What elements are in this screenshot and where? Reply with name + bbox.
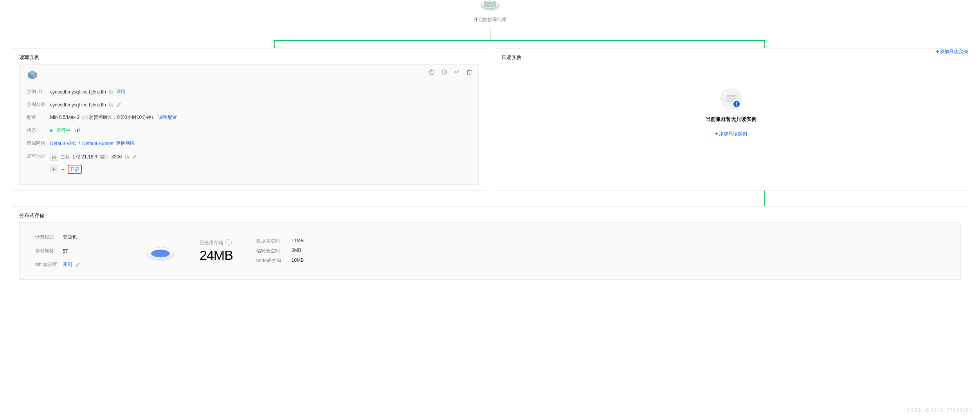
edit-icon[interactable] xyxy=(75,262,81,268)
restart-icon[interactable] xyxy=(441,68,448,75)
label-instance-id: 实例 ID xyxy=(27,88,50,95)
instance-type-icon xyxy=(27,70,471,81)
link-vpc[interactable]: Default-VPC xyxy=(50,141,76,146)
power-icon[interactable] xyxy=(428,68,435,75)
readwrite-panel-title: 读写实例 xyxy=(19,54,479,61)
value-status: 运行中 xyxy=(56,127,70,134)
label-host: 主机 xyxy=(61,154,70,160)
svg-rect-21 xyxy=(726,95,736,97)
storage-panel: 分布式存储 计费模式 资源包 存储规格 5T binlog设置 开启 xyxy=(12,206,968,287)
value-billing-mode: 资源包 xyxy=(63,234,77,241)
storage-disk-icon xyxy=(145,239,176,263)
readonly-empty-state: ! 当前集群暂无只读实例 +添加只读实例 xyxy=(501,64,961,137)
plus-icon: + xyxy=(715,131,718,137)
edit-icon[interactable] xyxy=(116,102,122,108)
svg-rect-19 xyxy=(126,156,128,159)
link-binlog-setting[interactable]: 开启 xyxy=(63,261,72,268)
metrics-icon[interactable] xyxy=(453,68,460,75)
status-chart-icon[interactable] xyxy=(75,128,81,133)
copy-icon[interactable] xyxy=(108,102,114,108)
proxy-node[interactable]: 开启数据库代理 xyxy=(463,0,517,27)
empty-state-icon: ! xyxy=(720,88,742,110)
database-proxy-icon xyxy=(479,0,501,14)
plus-icon: + xyxy=(936,49,939,54)
value-storage-spec: 5T xyxy=(63,248,68,254)
link-adjust-config[interactable]: 调整配置 xyxy=(158,114,177,121)
readwrite-instance-card: 实例 ID cynosdbmysql-ins-bj5rodfh 详情 实例名称 … xyxy=(19,64,479,185)
storage-breakdown-table: 数据表空间 11MB 临时表空间 3MB undo表空间 10MB xyxy=(256,236,304,266)
svg-rect-6 xyxy=(468,70,471,74)
readwrite-instance-panel: 读写实例 实例 ID cynosdbmysql-ins-bj5rodfh xyxy=(12,48,486,191)
svg-rect-16 xyxy=(76,130,76,132)
label-used-storage: 已使用存储 xyxy=(200,239,223,246)
label-storage-spec: 存储规格 xyxy=(35,248,63,254)
svg-rect-22 xyxy=(726,98,736,99)
label-port: 端口 xyxy=(99,154,109,160)
value-temp-tablespace: 3MB xyxy=(292,248,301,254)
badge-external: 外 xyxy=(50,165,58,173)
label-status: 状态 xyxy=(27,127,50,134)
link-instance-detail[interactable]: 详情 xyxy=(116,88,126,95)
status-dot xyxy=(50,129,52,132)
label-binlog: binlog设置 xyxy=(35,261,63,268)
copy-icon[interactable] xyxy=(108,89,114,95)
value-data-tablespace: 11MB xyxy=(292,238,304,244)
value-config: Min 0.5/Max 2（自动暂停时长：0天0小时10分钟） xyxy=(50,114,156,121)
value-used-storage: 24MB xyxy=(200,248,233,263)
svg-rect-13 xyxy=(110,90,112,93)
proxy-caption: 开启数据库代理 xyxy=(463,16,517,23)
svg-rect-2 xyxy=(485,2,495,7)
highlight-open-external: 开启 xyxy=(68,165,82,174)
svg-rect-12 xyxy=(110,91,112,94)
link-change-network[interactable]: 更换网络 xyxy=(116,140,135,147)
label-rw-address: 读写地址 xyxy=(27,153,50,160)
svg-rect-15 xyxy=(110,103,112,106)
readonly-instance-panel: 只读实例 +添加只读实例 ! 当前集群暂无只读实例 +添加只读实例 xyxy=(494,48,968,191)
topology-connectors-down xyxy=(0,191,980,206)
copy-icon[interactable] xyxy=(124,154,130,160)
value-external-dash: -- xyxy=(61,167,65,172)
value-instance-name: cynosdbmysql-ins-bj5rodfh xyxy=(50,102,106,108)
delete-icon[interactable] xyxy=(466,68,473,75)
label-instance-name: 实例名称 xyxy=(27,101,50,108)
storage-panel-title: 分布式存储 xyxy=(19,212,961,219)
edit-icon[interactable] xyxy=(132,154,137,160)
svg-rect-23 xyxy=(726,101,733,102)
svg-point-5 xyxy=(442,70,447,74)
link-subnet[interactable]: Default-Subnet xyxy=(82,141,113,146)
label-temp-tablespace: 临时表空间 xyxy=(256,248,292,254)
label-config: 配置 xyxy=(27,114,50,121)
value-port: 3306 xyxy=(111,154,122,160)
svg-rect-18 xyxy=(79,128,79,132)
readonly-panel-title: 只读实例 xyxy=(501,54,961,61)
topology-trunk xyxy=(0,27,980,40)
badge-internal: 内 xyxy=(50,153,58,161)
label-data-tablespace: 数据表空间 xyxy=(256,238,292,244)
label-network: 所属网络 xyxy=(27,140,50,147)
instance-action-bar xyxy=(428,68,473,75)
value-instance-id: cynosdbmysql-ins-bj5rodfh xyxy=(50,89,106,95)
link-open-external[interactable]: 开启 xyxy=(70,167,79,172)
svg-rect-17 xyxy=(77,129,78,132)
value-host: 172.21.16.9 xyxy=(72,154,97,160)
empty-state-title: 当前集群暂无只读实例 xyxy=(501,116,961,123)
info-badge-icon: ! xyxy=(733,101,740,107)
svg-rect-20 xyxy=(125,155,128,158)
value-undo-tablespace: 10MB xyxy=(292,257,304,264)
link-add-readonly-top[interactable]: +添加只读实例 xyxy=(936,49,968,55)
label-undo-tablespace: undo表空间 xyxy=(256,257,292,264)
link-add-readonly-center[interactable]: +添加只读实例 xyxy=(501,131,961,137)
label-billing-mode: 计费模式 xyxy=(35,234,63,241)
svg-rect-14 xyxy=(110,104,112,107)
svg-point-26 xyxy=(151,250,170,257)
info-icon[interactable]: i xyxy=(225,239,232,246)
